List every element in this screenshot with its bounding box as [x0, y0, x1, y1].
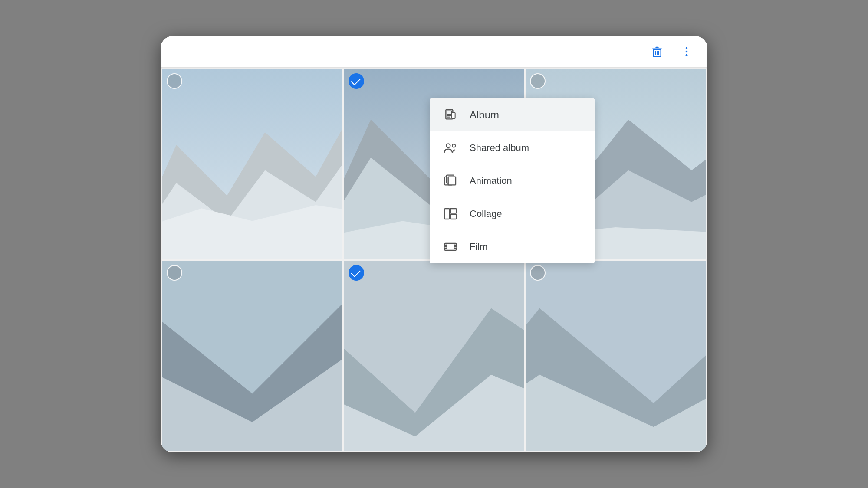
photo-area: Album Shared album [161, 67, 707, 452]
photo-cell[interactable] [526, 261, 706, 451]
photo-select-3[interactable] [530, 73, 546, 89]
device-screen: Album Shared album [161, 36, 707, 452]
menu-item-animation[interactable]: Animation [430, 164, 595, 197]
menu-item-shared-album[interactable]: Shared album [430, 131, 595, 164]
photo-select-4[interactable] [167, 265, 182, 281]
film-icon [442, 238, 459, 255]
svg-rect-36 [452, 112, 455, 118]
toolbar-actions [647, 41, 697, 62]
svg-rect-33 [447, 111, 452, 114]
device-frame: Album Shared album [161, 36, 707, 452]
top-bar [161, 36, 707, 67]
svg-rect-43 [450, 209, 456, 213]
dropdown-menu: Album Shared album [430, 98, 595, 263]
collage-icon [442, 205, 459, 223]
svg-point-6 [686, 47, 688, 49]
svg-point-7 [686, 50, 688, 52]
photo-cell[interactable] [344, 261, 524, 451]
menu-collage-label: Collage [470, 208, 502, 219]
menu-album-label: Album [470, 109, 499, 121]
photo-select-1[interactable] [167, 73, 182, 89]
photo-cell[interactable] [162, 69, 342, 259]
menu-animation-label: Animation [470, 175, 512, 187]
photo-select-6[interactable] [530, 265, 546, 281]
svg-rect-41 [448, 177, 456, 185]
delete-button[interactable] [647, 41, 667, 62]
svg-point-37 [446, 144, 450, 147]
svg-point-8 [686, 54, 688, 56]
menu-item-album[interactable]: Album [430, 98, 595, 131]
shared-album-icon [442, 139, 459, 157]
menu-item-film[interactable]: Film [430, 230, 595, 263]
photo-select-5[interactable] [349, 265, 364, 281]
svg-rect-44 [450, 214, 456, 219]
svg-rect-42 [445, 209, 450, 219]
menu-shared-album-label: Shared album [470, 142, 529, 154]
svg-rect-1 [655, 46, 659, 48]
svg-point-38 [452, 144, 455, 147]
animation-icon [442, 172, 459, 190]
album-icon [442, 106, 459, 124]
menu-film-label: Film [470, 241, 488, 252]
menu-item-collage[interactable]: Collage [430, 197, 595, 230]
photo-cell[interactable] [162, 261, 342, 451]
more-options-button[interactable] [676, 41, 697, 62]
photo-select-2[interactable] [349, 73, 364, 89]
